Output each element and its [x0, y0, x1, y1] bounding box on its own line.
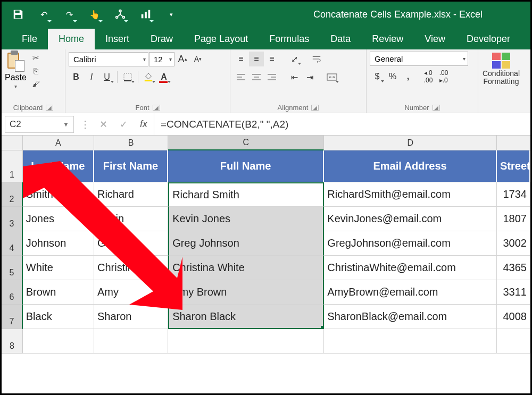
cell[interactable]: Richard: [94, 182, 168, 207]
number-dialog-launcher[interactable]: ◢: [433, 105, 440, 111]
header-email[interactable]: Email Address: [324, 150, 497, 182]
cell[interactable]: Greg: [94, 231, 168, 256]
tab-draw[interactable]: Draw: [140, 29, 184, 49]
format-painter-icon[interactable]: 🖌: [30, 77, 43, 90]
header-first-name[interactable]: First Name: [94, 150, 168, 182]
cell[interactable]: [168, 329, 324, 354]
qat-customize-icon[interactable]: ▾: [162, 5, 180, 23]
percent-icon[interactable]: %: [385, 69, 400, 84]
name-box[interactable]: C2▼: [5, 116, 74, 133]
tab-view[interactable]: View: [414, 29, 456, 49]
wrap-text-icon[interactable]: [309, 52, 324, 66]
comma-style-icon[interactable]: ,: [401, 69, 415, 84]
cell[interactable]: KevinJones@email.com: [324, 207, 497, 231]
fill-color-icon[interactable]: [141, 70, 156, 85]
tab-data[interactable]: Data: [320, 29, 361, 49]
select-all-corner[interactable]: [2, 136, 23, 150]
cell[interactable]: 3311: [497, 280, 530, 305]
header-full-name[interactable]: Full Name: [168, 150, 324, 182]
header-last-name[interactable]: Last Name: [23, 150, 94, 182]
chart-icon[interactable]: [137, 5, 155, 23]
undo-icon[interactable]: ↶: [35, 5, 53, 23]
cell[interactable]: RichardSmith@email.com: [324, 182, 497, 207]
formula-input[interactable]: =CONCATENATE(B2," ",A2): [154, 113, 530, 135]
tab-formulas[interactable]: Formulas: [259, 29, 320, 49]
cell[interactable]: [324, 329, 497, 354]
tab-page-layout[interactable]: Page Layout: [184, 29, 259, 49]
col-header-A[interactable]: A: [23, 136, 94, 150]
increase-indent-icon[interactable]: ⇥: [302, 70, 317, 85]
redo-icon[interactable]: ↷: [60, 5, 78, 23]
cell[interactable]: Black: [23, 305, 94, 329]
col-header-B[interactable]: B: [94, 136, 168, 150]
row-header[interactable]: 7: [2, 305, 23, 329]
cell[interactable]: Brown: [23, 280, 94, 305]
cancel-formula-icon[interactable]: ✕: [93, 116, 113, 133]
currency-icon[interactable]: $: [370, 69, 385, 84]
align-middle-icon[interactable]: ≡: [249, 52, 264, 66]
relationships-icon[interactable]: [111, 5, 129, 23]
italic-button[interactable]: I: [84, 70, 99, 85]
cell[interactable]: SharonBlack@email.com: [324, 305, 497, 329]
cell[interactable]: Johnson: [23, 231, 94, 256]
font-color-icon[interactable]: A: [156, 70, 171, 85]
clipboard-dialog-launcher[interactable]: ◢: [46, 105, 53, 111]
align-bottom-icon[interactable]: ≡: [264, 52, 279, 66]
row-header[interactable]: 5: [2, 256, 23, 280]
col-header-C[interactable]: C: [168, 136, 324, 150]
increase-decimal-icon[interactable]: ◂.0.00: [421, 69, 436, 84]
copy-icon[interactable]: ⎘: [30, 64, 43, 77]
tab-home[interactable]: Home: [48, 29, 95, 49]
cell[interactable]: Smith: [23, 182, 94, 207]
cell[interactable]: Christina White: [168, 256, 324, 280]
cell[interactable]: 4365: [497, 256, 530, 280]
cell[interactable]: [94, 329, 168, 354]
save-icon[interactable]: [9, 5, 27, 23]
cell[interactable]: Sharon Black⎙▾: [168, 305, 324, 329]
borders-icon[interactable]: [120, 70, 135, 85]
cell[interactable]: Kevin Jones: [168, 207, 324, 231]
row-header[interactable]: 3: [2, 207, 23, 231]
tab-review[interactable]: Review: [361, 29, 414, 49]
font-size-combo[interactable]: 12▾: [149, 52, 174, 66]
cell[interactable]: GregJohnson@email.com: [324, 231, 497, 256]
touch-mode-icon[interactable]: 👆: [86, 5, 104, 23]
tab-file[interactable]: File: [11, 29, 48, 49]
tab-developer[interactable]: Developer: [456, 29, 521, 49]
paste-button[interactable]: Paste ▾: [5, 52, 27, 89]
number-format-combo[interactable]: General▾: [370, 52, 468, 66]
merge-center-icon[interactable]: [325, 70, 339, 85]
row-header[interactable]: 2: [2, 182, 23, 207]
decrease-decimal-icon[interactable]: .00▸.0: [436, 69, 451, 84]
cell[interactable]: AmyBrown@email.com: [324, 280, 497, 305]
grow-font-icon[interactable]: A▴: [175, 52, 190, 66]
cell[interactable]: Christina: [94, 256, 168, 280]
cell[interactable]: [23, 329, 94, 354]
cell[interactable]: ChristinaWhite@email.com: [324, 256, 497, 280]
font-dialog-launcher[interactable]: ◢: [153, 105, 160, 111]
cell[interactable]: 3002: [497, 231, 530, 256]
row-header[interactable]: 6: [2, 280, 23, 305]
insert-function-icon[interactable]: fx: [134, 116, 154, 133]
enter-formula-icon[interactable]: ✓: [113, 116, 134, 133]
cut-icon[interactable]: ✂: [30, 52, 43, 64]
font-name-combo[interactable]: Calibri▾: [69, 52, 148, 66]
row-header-8[interactable]: 8: [2, 329, 23, 354]
cell[interactable]: Amy Brown: [168, 280, 324, 305]
col-header-E[interactable]: [497, 136, 530, 150]
align-center-icon[interactable]: [249, 70, 264, 85]
cell[interactable]: [497, 329, 530, 354]
conditional-formatting-button[interactable]: Conditional Formatting: [481, 52, 521, 86]
cell[interactable]: Greg Johnson: [168, 231, 324, 256]
cell[interactable]: Richard Smith: [168, 182, 324, 207]
align-right-icon[interactable]: [264, 70, 279, 85]
underline-button[interactable]: U: [99, 70, 114, 85]
cell[interactable]: 4008: [497, 305, 530, 329]
bold-button[interactable]: B: [69, 70, 84, 85]
cell[interactable]: Kevin: [94, 207, 168, 231]
cell[interactable]: 1734: [497, 182, 530, 207]
cell[interactable]: White: [23, 256, 94, 280]
shrink-font-icon[interactable]: A▾: [190, 52, 205, 66]
decrease-indent-icon[interactable]: ⇤: [287, 70, 302, 85]
formula-bar-expand-icon[interactable]: ⋮: [80, 119, 90, 130]
